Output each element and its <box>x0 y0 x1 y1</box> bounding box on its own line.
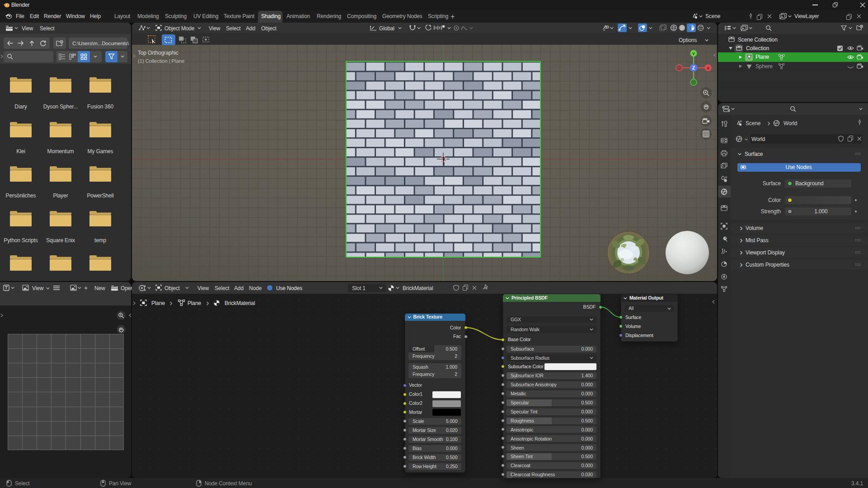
svg-text:Z: Z <box>692 66 695 70</box>
svg-text:X: X <box>707 66 710 70</box>
svg-text:Y: Y <box>692 51 695 56</box>
